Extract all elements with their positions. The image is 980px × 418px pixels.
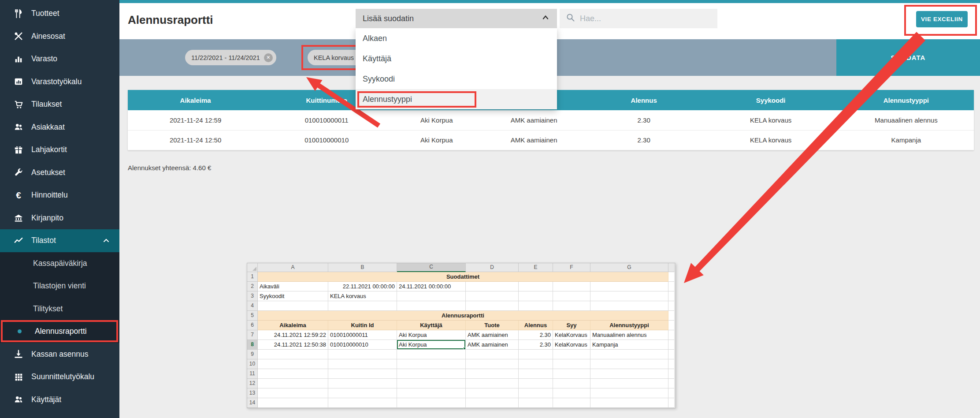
- sidebar-item-asiakkaat[interactable]: Asiakkaat: [0, 116, 119, 139]
- excel-cell: [590, 398, 668, 408]
- search-icon: [566, 13, 575, 24]
- sidebar-item-label: Varasto: [31, 54, 57, 63]
- dropdown-option-syykoodi[interactable]: Syykoodi: [356, 69, 557, 89]
- excel-cell: Suodattimet: [258, 272, 668, 282]
- sidebar-item-label: Kassan asennus: [31, 350, 88, 359]
- users-icon: [13, 394, 24, 405]
- excel-cell: [668, 291, 675, 301]
- cell: 2.30: [585, 130, 703, 150]
- excel-cell: D: [466, 263, 519, 272]
- cell: 2021-11-24 12:59: [128, 110, 263, 130]
- chart-box-icon: [13, 76, 24, 87]
- sidebar-item-kirjanpito[interactable]: Kirjanpito: [0, 207, 119, 230]
- excel-cell: [397, 398, 466, 408]
- excel-cell: KELA korvaus: [328, 291, 397, 301]
- excel-cell: [328, 388, 397, 398]
- sidebar-item-hinnoittelu[interactable]: € Hinnoittelu: [0, 184, 119, 207]
- excel-cell: [553, 369, 590, 379]
- remove-chip-icon[interactable]: ✕: [264, 53, 273, 62]
- sidebar-item-varasto[interactable]: Varasto: [0, 48, 119, 71]
- excel-cell: Syy: [553, 321, 590, 330]
- excel-cell: F: [553, 263, 590, 272]
- sidebar-item-varastotyokalu[interactable]: Varastotyökalu: [0, 71, 119, 93]
- excel-cell: 7: [247, 330, 258, 340]
- sidebar-item-alennusraportti[interactable]: Alennusraportti: [0, 320, 119, 343]
- sidebar-item-tilitykset[interactable]: Tilitykset: [0, 298, 119, 321]
- bar-chart-icon: [13, 54, 24, 64]
- excel-cell: 2.30: [519, 340, 553, 350]
- chevron-up-icon: [103, 237, 110, 246]
- excel-cell: Manuaalinen alennus: [590, 330, 668, 340]
- sidebar-item-tilastojen-vienti[interactable]: Tilastojen vienti: [0, 275, 119, 298]
- excel-cell: [397, 369, 466, 379]
- discount-total: Alennukset yhteensä: 4.60 €: [128, 164, 211, 172]
- search-box: [560, 9, 717, 28]
- excel-cell: [328, 359, 397, 369]
- excel-cell: [668, 340, 675, 350]
- sidebar-item-label: Kirjanpito: [31, 213, 63, 223]
- excel-cell: [553, 379, 590, 388]
- cart-icon: [13, 99, 24, 110]
- cell: Kampanja: [839, 130, 974, 150]
- cell: Manuaalinen alennus: [839, 110, 974, 130]
- sidebar-item-tilastot[interactable]: Tilastot: [0, 229, 119, 252]
- excel-cell: [466, 398, 519, 408]
- excel-cell: [590, 379, 668, 388]
- sidebar-item-label: Ainesosat: [31, 32, 65, 41]
- col-syykoodi: Syykoodi: [703, 90, 839, 110]
- excel-cell: [247, 263, 258, 272]
- euro-icon: €: [13, 190, 24, 201]
- sidebar-item-label: Asetukset: [31, 168, 65, 177]
- export-excel-button[interactable]: VIE EXCELIIN: [916, 11, 968, 27]
- sidebar-item-kassapaivakirja[interactable]: Kassapäiväkirja: [0, 252, 119, 275]
- col-alennustyyppi: Alennustyyppi: [839, 90, 974, 110]
- excel-cell: [553, 301, 590, 311]
- search-input[interactable]: [580, 14, 711, 23]
- sidebar-item-tuotteet[interactable]: Tuotteet: [0, 2, 119, 25]
- excel-cell: [668, 398, 675, 408]
- sidebar-item-suunnittelutyokalu[interactable]: Suunnittelutyökalu: [0, 366, 119, 388]
- sidebar-item-kassan-asennus[interactable]: Kassan asennus: [0, 343, 119, 366]
- cell: KELA korvaus: [703, 130, 839, 150]
- chip-label: KELA korvaus: [314, 54, 354, 61]
- sidebar-item-label: Tilaukset: [31, 100, 62, 109]
- sidebar-item-label: Tilastojen vienti: [33, 281, 86, 291]
- apply-filter-button[interactable]: SUODATA: [836, 39, 980, 76]
- excel-cell: [328, 379, 397, 388]
- excel-cell: [590, 388, 668, 398]
- excel-cell: Aki Korpua: [397, 330, 466, 340]
- excel-cell: [258, 301, 328, 311]
- active-bullet-icon: [18, 329, 22, 333]
- excel-cell: [668, 301, 675, 311]
- sidebar-item-label: Suunnittelutyökalu: [31, 372, 94, 381]
- excel-cell: [328, 301, 397, 311]
- add-filter-dropdown[interactable]: Lisää suodatin: [356, 9, 557, 28]
- sidebar-item-tilaukset[interactable]: Tilaukset: [0, 93, 119, 116]
- excel-cell: 1: [247, 272, 258, 282]
- line-chart-icon: [13, 235, 24, 246]
- col-alennus: Alennus: [585, 90, 703, 110]
- excel-cell: [397, 388, 466, 398]
- dropdown-option-alkaen[interactable]: Alkaen: [356, 28, 557, 49]
- sidebar-item-asetukset[interactable]: Asetukset: [0, 161, 119, 184]
- excel-cell: B: [328, 263, 397, 272]
- cell: Aki Korpua: [390, 110, 483, 130]
- dropdown-option-alennustyyppi[interactable]: Alennustyyppi: [356, 89, 557, 109]
- filter-chip-date-range[interactable]: 11/22/2021 - 11/24/2021 ✕: [185, 50, 276, 65]
- sidebar-item-lahjakortit[interactable]: Lahjakortit: [0, 138, 119, 161]
- excel-cell: [466, 379, 519, 388]
- excel-cell: [397, 379, 466, 388]
- excel-cell: [328, 398, 397, 408]
- sidebar-item-ainesosat[interactable]: Ainesosat: [0, 25, 119, 48]
- excel-cell: [397, 359, 466, 369]
- excel-cell: [553, 398, 590, 408]
- excel-cell: [668, 330, 675, 340]
- excel-cell: [553, 282, 590, 291]
- sidebar-item-label: Tuotteet: [31, 9, 59, 18]
- excel-cell: Alennusraportti: [258, 311, 668, 321]
- excel-cell: [258, 398, 328, 408]
- excel-cell: Kampanja: [590, 340, 668, 350]
- excel-cell: [668, 379, 675, 388]
- dropdown-option-kayttaja[interactable]: Käyttäjä: [356, 49, 557, 69]
- sidebar-item-kayttajat[interactable]: Käyttäjät: [0, 388, 119, 411]
